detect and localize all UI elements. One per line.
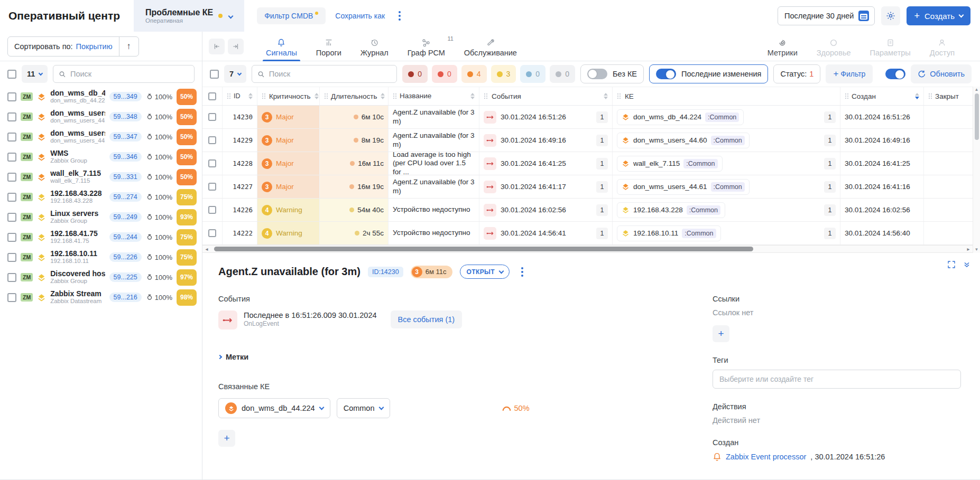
row-checkbox[interactable] (7, 153, 16, 162)
ke-chip[interactable]: don_wms_users_44.60 :Common (617, 133, 750, 148)
tags-input[interactable] (713, 370, 961, 389)
related-ke-select[interactable]: don_wms_db_44.224 (218, 398, 330, 418)
drag-handle-icon[interactable] (227, 93, 230, 99)
refresh-button[interactable]: Обновить (911, 64, 972, 83)
last-changes-toggle[interactable]: Последние изменения (649, 64, 768, 83)
column-header-duration[interactable]: Длительность (320, 87, 389, 105)
ke-id-pill[interactable]: 59...348 (109, 112, 142, 121)
scroll-down-arrow[interactable]: ▼ (975, 248, 979, 252)
tab-access[interactable]: Доступ (920, 32, 964, 61)
scroll-left-arrow[interactable]: ◂ (202, 246, 211, 252)
marks-toggle[interactable]: Метки (218, 353, 691, 361)
horizontal-scrollbar[interactable]: ◂ ▸ (202, 245, 973, 253)
column-header-created[interactable]: Создан (840, 87, 924, 105)
row-checkbox[interactable] (208, 159, 216, 167)
related-type-select[interactable]: Common (337, 398, 390, 418)
table-row[interactable]: 14226 4Warning 54м 40с Устройство недост… (202, 199, 973, 222)
ke-id-pill[interactable]: 59...226 (109, 252, 142, 262)
column-header-severity[interactable]: Критичность (257, 87, 320, 105)
column-header-events[interactable]: События (479, 87, 613, 105)
no-ke-toggle[interactable]: Без КЕ (580, 64, 644, 83)
row-checkbox[interactable] (208, 183, 216, 191)
ke-chip[interactable]: don_wms_db_44.224 :Common (617, 109, 744, 125)
tab-signals[interactable]: Сигналы (256, 32, 307, 61)
no-ke-switch[interactable] (587, 69, 607, 79)
tab-journal[interactable]: Журнал (351, 32, 398, 61)
filter-cmdb-button[interactable]: Фильтр CMDB (257, 7, 326, 24)
sidebar-search-input[interactable] (70, 70, 189, 78)
add-related-ke-button[interactable]: + (218, 430, 235, 447)
ke-list-item[interactable]: ZM wall_elk_7.115 wall_elk_7.115 59...33… (0, 167, 202, 187)
ke-id-pill[interactable]: 59...244 (109, 232, 142, 242)
expand-icon[interactable] (947, 260, 956, 269)
row-checkbox[interactable] (7, 92, 16, 101)
collapse-right-button[interactable] (228, 39, 244, 54)
table-row[interactable]: 14228 3Major 16м 11с Load average is too… (202, 152, 973, 175)
status-dropdown[interactable]: ОТКРЫТ (460, 265, 509, 279)
create-button[interactable]: + Создать (907, 6, 970, 25)
column-header-name[interactable]: Название (389, 87, 479, 105)
sidebar-count-dropdown[interactable]: 11 (22, 65, 48, 83)
row-checkbox[interactable] (7, 233, 16, 242)
row-checkbox[interactable] (7, 273, 16, 282)
horizontal-scroll-thumb[interactable] (214, 247, 753, 251)
ke-id-pill[interactable]: 59...216 (109, 293, 142, 302)
last-changes-switch[interactable] (656, 69, 676, 79)
row-checkbox[interactable] (208, 136, 216, 144)
ke-list-item[interactable]: ZM Discovered hosts_DIAD Zabbix Group 59… (0, 267, 202, 287)
row-checkbox[interactable] (208, 229, 216, 237)
column-header-id[interactable]: ID (223, 87, 257, 105)
sidebar-search[interactable] (53, 65, 195, 83)
auto-refresh-switch[interactable] (885, 69, 905, 79)
row-checkbox[interactable] (7, 213, 16, 222)
severity-chip[interactable]: 0 (432, 65, 457, 83)
row-checkbox[interactable] (208, 113, 216, 121)
settings-button[interactable] (881, 6, 900, 25)
status-filter[interactable]: Статус: 1 (773, 64, 820, 83)
ke-chip[interactable]: 192.168.10.11 :Common (617, 225, 721, 241)
ke-list-item[interactable]: ZM don_wms_db_44.224 don_wms_db_44.224 5… (0, 87, 202, 107)
add-link-button[interactable]: + (713, 325, 729, 342)
scroll-right-arrow[interactable]: ▸ (964, 246, 973, 252)
detail-kebab-menu[interactable] (517, 265, 528, 279)
tab-rsm-graph[interactable]: 11 Граф РСМ (398, 32, 455, 61)
row-checkbox[interactable] (208, 206, 216, 214)
collapse-double-chevron-icon[interactable] (963, 260, 970, 269)
ke-chip[interactable]: don_wms_users_44.61 :Common (617, 179, 750, 195)
sort-by-selector[interactable]: Сортировать по: Покрытию (8, 37, 119, 56)
ke-list-item[interactable]: ZM 192.168.43.228 192.168.43.228 59...27… (0, 187, 202, 207)
row-checkbox[interactable] (7, 293, 16, 302)
row-checkbox[interactable] (7, 173, 16, 182)
table-row[interactable]: 14227 3Major 16м 19с Agent.Z unavailable… (202, 175, 973, 199)
row-checkbox[interactable] (7, 193, 16, 202)
view-selector[interactable]: Проблемные КЕ Оперативная (134, 0, 244, 32)
row-checkbox[interactable] (7, 133, 16, 142)
table-row[interactable]: 14230 3Major 6м 10с Agent.Z unavailable … (202, 106, 973, 129)
ke-list-item[interactable]: ZM don_wms_users_44.60 don_wms_users_44.… (0, 107, 202, 127)
created-source-link[interactable]: Zabbix Event processor (726, 453, 806, 461)
ke-list-item[interactable]: ZM 192.168.10.11 192.168.10.11 59...226 … (0, 247, 202, 267)
row-checkbox[interactable] (7, 253, 16, 262)
ke-chip[interactable]: 192.168.43.228 :Common (617, 202, 725, 218)
severity-chip[interactable]: 3 (491, 65, 516, 83)
ke-id-pill[interactable]: 59...225 (109, 272, 142, 282)
severity-chip[interactable]: 0 (550, 65, 575, 83)
severity-chip[interactable]: 0 (520, 65, 546, 83)
ke-id-pill[interactable]: 59...249 (109, 212, 142, 222)
column-header-ke[interactable]: КЕ (613, 87, 840, 105)
all-events-button[interactable]: Все события (1) (391, 310, 463, 328)
ke-list-item[interactable]: ZM WMS Zabbix Group 59...346 100% (0, 147, 202, 167)
row-checkbox[interactable] (7, 112, 16, 121)
scroll-up-arrow[interactable]: ▲ (975, 88, 979, 92)
ke-list-item[interactable]: ZM Zabbix Stream Zabbix Datastream 59...… (0, 287, 202, 307)
severity-chip[interactable]: 4 (461, 65, 487, 83)
header-kebab-menu[interactable] (394, 9, 405, 23)
vertical-scrollbar[interactable]: ▲ ▼ (973, 87, 980, 253)
column-header-closed[interactable]: Закрыт (924, 87, 973, 105)
select-all-checkbox[interactable] (7, 70, 16, 79)
tab-maintenance[interactable]: Обслуживание (455, 32, 526, 61)
ke-id-pill[interactable]: 59...346 (109, 152, 142, 162)
tab-health[interactable]: Здоровье (807, 32, 861, 61)
ke-chip[interactable]: wall_elk_7.115 :Common (617, 156, 723, 172)
vertical-scroll-thumb[interactable] (975, 93, 979, 140)
